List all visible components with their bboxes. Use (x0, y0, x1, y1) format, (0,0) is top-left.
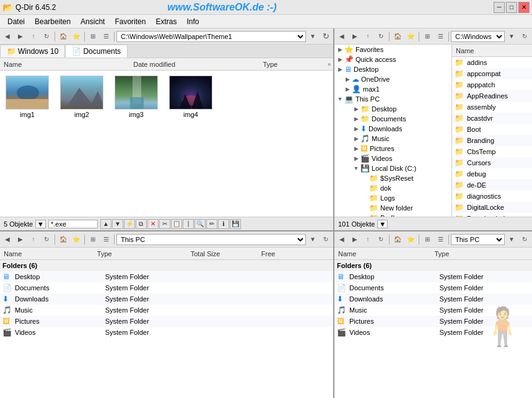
tree-item-onedrive[interactable]: ▶ ☁ OneDrive (334, 74, 451, 84)
br-item-videos[interactable]: 🎬 Videos System Folder (334, 327, 532, 338)
br-forward-button[interactable]: ▶ (349, 233, 361, 246)
br-item-downloads[interactable]: ⬇ Downloads System Folder (334, 293, 532, 305)
bl-refresh-button[interactable]: ↻ (40, 233, 53, 246)
br-star-button[interactable]: ⭐ (404, 233, 417, 246)
col-type-header[interactable]: Type (261, 61, 328, 68)
tree-item-favorites[interactable]: ▶ ⭐ Favorites (334, 45, 451, 54)
bl-list-button[interactable]: ☰ (100, 233, 112, 246)
bl-view-button[interactable]: ⊞ (87, 233, 99, 246)
list-item-cbstemp[interactable]: 📁 CbsTemp (452, 146, 532, 157)
list-item-diagnostics[interactable]: 📁 diagnostics (452, 191, 532, 202)
list-item-bcastdvr[interactable]: 📁 bcastdvr (452, 113, 532, 124)
list-item-assembly[interactable]: 📁 assembly (452, 102, 532, 113)
menu-ansicht[interactable]: Ansicht (76, 16, 110, 27)
tree-item-videos-pc[interactable]: ▶ 🎬 Videos (334, 154, 451, 163)
home-button[interactable]: 🏠 (57, 30, 69, 43)
bl-up-button[interactable]: ↑ (27, 233, 40, 246)
props-btn[interactable]: ℹ (218, 219, 229, 229)
list-item-boot[interactable]: 📁 Boot (452, 124, 532, 135)
right-col-name[interactable]: Name (455, 47, 530, 54)
address-bar-top-right[interactable]: C:\Windows (451, 31, 505, 42)
tree-item-max1[interactable]: ▶ 👤 max1 (334, 84, 451, 94)
bl-item-music[interactable]: 🎵 Music System Folder (0, 305, 333, 316)
tree-item-desktop-root[interactable]: ▶ 🖥 Desktop (334, 64, 451, 74)
tree-item-music-pc[interactable]: ▶ 🎵 Music (334, 134, 451, 144)
view-btn1[interactable]: 🔍 (194, 219, 206, 229)
bl-item-desktop[interactable]: 🖥 Desktop System Folder (0, 271, 333, 282)
tree-item-localdisk[interactable]: ▼ 💾 Local Disk (C:) (334, 163, 451, 173)
tr-home-button[interactable]: 🏠 (391, 30, 404, 43)
tab-windows10[interactable]: 📁 Windows 10 (0, 45, 65, 58)
br-addr-dropdown[interactable]: ▼ (505, 233, 518, 246)
bl-col-name[interactable]: Name (2, 250, 96, 257)
forward-button[interactable]: ▶ (14, 30, 27, 43)
list-item-cursors[interactable]: 📁 Cursors (452, 157, 532, 168)
bl-addr-dropdown[interactable]: ▼ (307, 233, 319, 246)
menu-info[interactable]: Info (181, 16, 204, 27)
col-name-header[interactable]: Name (2, 61, 132, 68)
minimize-button[interactable]: ─ (494, 2, 505, 13)
list-item-branding[interactable]: 📁 Branding (452, 135, 532, 146)
tree-item-pictures-pc[interactable]: ▶ 🖼 Pictures (334, 144, 451, 154)
file-content-top-left[interactable]: img1 (0, 71, 333, 217)
tr-list-button[interactable]: ☰ (434, 30, 447, 43)
view-list-button[interactable]: ☰ (100, 30, 112, 43)
br-col-name[interactable]: Name (337, 250, 434, 257)
list-item-dede[interactable]: 📁 de-DE (452, 180, 532, 191)
br-refresh-button[interactable]: ↻ (375, 233, 387, 246)
back-button[interactable]: ◀ (1, 30, 14, 43)
drive-btn[interactable]: 💾 (230, 219, 241, 229)
tr-addr-dropdown[interactable]: ▼ (505, 30, 518, 43)
bl-col-free[interactable]: Free (260, 250, 331, 257)
menu-datei[interactable]: Datei (2, 16, 30, 27)
address-bar-bottom-right[interactable]: This PC (451, 234, 505, 245)
bl-item-documents[interactable]: 📄 Documents System Folder (0, 282, 333, 293)
bookmark-button[interactable]: ⭐ (70, 30, 82, 43)
edit-btn[interactable]: ✏ (206, 219, 217, 229)
br-up-button[interactable]: ↑ (362, 233, 374, 246)
flash-btn[interactable]: ⚡ (124, 219, 135, 229)
tree-item-sysreset[interactable]: ▶ 📁 $SysReset (334, 173, 451, 183)
refresh-button[interactable]: ↻ (40, 30, 53, 43)
tr-up-button[interactable]: ↑ (362, 30, 374, 43)
br-view-button[interactable]: ⊞ (421, 233, 434, 246)
sort-down-btn[interactable]: ▼ (112, 219, 123, 229)
br-col-type[interactable]: Type (434, 250, 530, 257)
file-item-img2[interactable]: img2 (57, 73, 107, 121)
list-item-apppatch[interactable]: 📁 apppatch (452, 79, 532, 90)
list-item-appcompat[interactable]: 📁 appcompat (452, 68, 532, 79)
tree-item-desktop-pc[interactable]: ▶ 📁 Desktop (334, 104, 451, 114)
menu-favoriten[interactable]: Favoriten (110, 16, 150, 27)
address-refresh-button[interactable]: ↻ (320, 30, 332, 43)
bl-home-button[interactable]: 🏠 (57, 233, 69, 246)
tr-back-button[interactable]: ◀ (336, 30, 348, 43)
br-addr-refresh[interactable]: ↻ (518, 233, 531, 246)
tab-documents[interactable]: 📄 Documents (65, 45, 128, 58)
filter-input[interactable] (48, 220, 98, 228)
bl-item-videos[interactable]: 🎬 Videos System Folder (0, 327, 333, 338)
delete-btn[interactable]: ✕ (147, 219, 159, 229)
tr-forward-button[interactable]: ▶ (349, 30, 361, 43)
bl-star-button[interactable]: ⭐ (70, 233, 82, 246)
tree-item-documents-pc[interactable]: ▶ 📁 Documents (334, 114, 451, 124)
list-item-debug[interactable]: 📁 debug (452, 168, 532, 180)
menu-extras[interactable]: Extras (150, 16, 181, 27)
bl-item-downloads[interactable]: ⬇ Downloads System Folder (0, 293, 333, 305)
maximize-button[interactable]: □ (506, 2, 517, 13)
sort-up-btn[interactable]: ▲ (100, 219, 111, 229)
cut-btn[interactable]: ✂ (159, 219, 170, 229)
status-dropdown-btn[interactable]: ▼ (35, 220, 46, 228)
paste-btn[interactable]: 📋 (171, 219, 182, 229)
file-content-bottom-left[interactable]: Folders (6) 🖥 Desktop System Folder 📄 Do… (0, 260, 333, 398)
file-item-img1[interactable]: img1 (2, 73, 52, 121)
file-item-img3[interactable]: img3 (111, 73, 161, 121)
file-content-right[interactable]: 📁 addins 📁 appcompat 📁 apppatch 📁 (452, 57, 532, 217)
bl-item-pictures[interactable]: 🖼 Pictures System Folder (0, 316, 333, 327)
tree-item-newfolder[interactable]: ▶ 📁 New folder (334, 203, 451, 213)
status-dropdown-right[interactable]: ▼ (377, 220, 388, 228)
col-date-header[interactable]: Date modified (132, 61, 261, 68)
address-bar-top-left[interactable]: C:\Windows\Web\Wallpaper\Theme1 (116, 31, 306, 42)
br-back-button[interactable]: ◀ (336, 233, 348, 246)
address-bar-bottom-left[interactable]: This PC (116, 234, 306, 245)
br-item-documents[interactable]: 📄 Documents System Folder (334, 282, 532, 293)
